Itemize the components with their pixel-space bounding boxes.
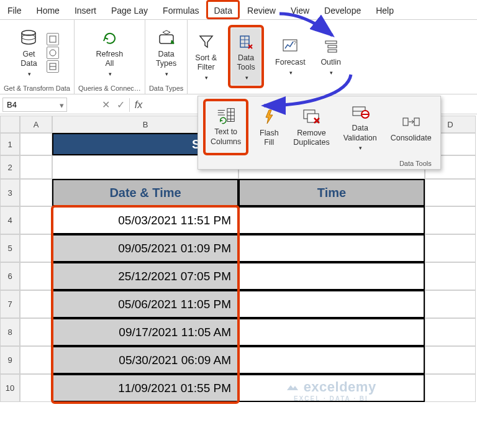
cell-D8[interactable] bbox=[425, 318, 476, 346]
row-header-2[interactable]: 2 bbox=[0, 155, 20, 179]
refresh-icon bbox=[99, 27, 120, 48]
group-label: Get & Transform Data bbox=[4, 83, 70, 94]
data-validation-button[interactable]: Data Validation bbox=[340, 99, 381, 155]
remove-duplicates-button[interactable]: Remove Duplicates bbox=[289, 99, 333, 155]
name-box[interactable]: B4 bbox=[2, 98, 67, 112]
svg-rect-15 bbox=[328, 50, 337, 52]
forecast-button[interactable]: ? Forecast bbox=[271, 33, 309, 80]
menu-home[interactable]: Home bbox=[29, 0, 67, 19]
header-date-time[interactable]: Date & Time bbox=[52, 179, 238, 206]
cell-B9[interactable]: 05/30/2021 06:09 AM bbox=[52, 346, 238, 374]
cell-A7[interactable] bbox=[20, 290, 52, 318]
cell-C7[interactable] bbox=[238, 290, 425, 318]
consolidate-button[interactable]: Consolidate bbox=[387, 99, 435, 155]
cell-C9[interactable] bbox=[238, 346, 425, 374]
watermark-tagline: EXCEL · DATA · BI bbox=[286, 395, 376, 402]
cell-D7[interactable] bbox=[425, 290, 476, 318]
cell-B10[interactable]: 11/09/2021 01:55 PM bbox=[52, 374, 238, 402]
data-types-label: Data Types bbox=[156, 50, 176, 69]
row-header-3[interactable]: 3 bbox=[0, 179, 20, 206]
cell-A5[interactable] bbox=[20, 234, 52, 262]
chevron-down-icon bbox=[27, 69, 31, 79]
from-text-icon[interactable] bbox=[47, 33, 59, 45]
from-web-icon[interactable] bbox=[47, 47, 59, 59]
cell-A6[interactable] bbox=[20, 262, 52, 290]
data-types-button[interactable]: Data Types bbox=[152, 25, 181, 81]
text-to-columns-button[interactable]: Text to Columns bbox=[207, 103, 245, 149]
fx-button[interactable]: fx bbox=[131, 99, 146, 111]
menu-view[interactable]: View bbox=[283, 0, 317, 19]
cell-D6[interactable] bbox=[425, 262, 476, 290]
header-time[interactable]: Time bbox=[238, 179, 425, 206]
watermark-icon bbox=[286, 380, 299, 394]
row-header-4[interactable]: 4 bbox=[0, 206, 20, 234]
cell-B8[interactable]: 09/17/2021 11:05 AM bbox=[52, 318, 238, 346]
cell-B7[interactable]: 05/06/2021 11:05 PM bbox=[52, 290, 238, 318]
cell-C5[interactable] bbox=[238, 234, 425, 262]
cell-A3[interactable] bbox=[20, 179, 52, 206]
consolidate-icon bbox=[401, 111, 422, 132]
svg-text:?: ? bbox=[293, 40, 296, 46]
watermark-brand: exceldemy bbox=[304, 379, 376, 395]
cell-D10[interactable] bbox=[425, 374, 476, 402]
chevron-down-icon bbox=[164, 69, 168, 79]
confirm-formula-button[interactable]: ✓ bbox=[113, 99, 128, 111]
row-header-5[interactable]: 5 bbox=[0, 234, 20, 262]
remove-duplicates-label: Remove Duplicates bbox=[293, 129, 329, 148]
outline-button[interactable]: Outlin bbox=[317, 33, 345, 80]
cell-A9[interactable] bbox=[20, 346, 52, 374]
svg-point-3 bbox=[50, 50, 56, 56]
menu-developer[interactable]: Develope bbox=[317, 0, 368, 19]
svg-rect-31 bbox=[414, 118, 419, 126]
sort-filter-button[interactable]: Sort & Filter bbox=[191, 29, 220, 85]
cell-D5[interactable] bbox=[425, 234, 476, 262]
data-validation-icon bbox=[350, 101, 371, 122]
row-header-9[interactable]: 9 bbox=[0, 346, 20, 374]
cell-A4[interactable] bbox=[20, 206, 52, 234]
group-data-types: Data Types Data Types bbox=[145, 20, 188, 94]
flash-fill-button[interactable]: Flash Fill bbox=[255, 99, 283, 155]
from-table-icon[interactable] bbox=[47, 60, 59, 73]
chevron-down-icon bbox=[244, 73, 248, 83]
cell-A1[interactable] bbox=[20, 133, 52, 155]
cell-C6[interactable] bbox=[238, 262, 425, 290]
select-all-corner[interactable] bbox=[0, 116, 20, 133]
cell-A2[interactable] bbox=[20, 155, 52, 179]
menu-bar: File Home Insert Page Lay Formulas Data … bbox=[0, 0, 477, 20]
cell-D4[interactable] bbox=[425, 206, 476, 234]
cell-A8[interactable] bbox=[20, 318, 52, 346]
cell-B5[interactable]: 09/05/2021 01:09 PM bbox=[52, 234, 238, 262]
cancel-formula-button[interactable]: ✕ bbox=[98, 99, 113, 111]
cell-B6[interactable]: 25/12/2021 07:05 PM bbox=[52, 262, 238, 290]
row-header-1[interactable]: 1 bbox=[0, 133, 20, 155]
get-data-button[interactable]: Get Data bbox=[14, 25, 43, 81]
menu-pagelayout[interactable]: Page Lay bbox=[104, 0, 155, 19]
refresh-all-button[interactable]: Refresh All bbox=[93, 25, 127, 81]
cell-C8[interactable] bbox=[238, 318, 425, 346]
database-icon bbox=[18, 27, 39, 48]
data-tools-button[interactable]: Data Tools bbox=[232, 29, 260, 85]
cell-C4[interactable] bbox=[238, 206, 425, 234]
flash-fill-label: Flash Fill bbox=[260, 129, 279, 148]
cell-D9[interactable] bbox=[425, 346, 476, 374]
data-validation-label: Data Validation bbox=[343, 124, 377, 143]
row-header-6[interactable]: 6 bbox=[0, 262, 20, 290]
menu-formulas[interactable]: Formulas bbox=[155, 0, 206, 19]
row-header-7[interactable]: 7 bbox=[0, 290, 20, 318]
cell-A10[interactable] bbox=[20, 374, 52, 402]
forecast-icon: ? bbox=[279, 35, 301, 57]
menu-data[interactable]: Data bbox=[206, 0, 240, 19]
row-header-10[interactable]: 10 bbox=[0, 374, 20, 402]
menu-help[interactable]: Help bbox=[368, 0, 401, 19]
cell-D3[interactable] bbox=[425, 179, 476, 206]
menu-file[interactable]: File bbox=[0, 0, 29, 19]
cell-B4[interactable]: 05/03/2021 11:51 PM bbox=[52, 206, 238, 234]
col-header-a[interactable]: A bbox=[20, 116, 52, 133]
get-data-label: Get Data bbox=[20, 50, 37, 69]
chevron-down-icon bbox=[204, 73, 208, 83]
menu-review[interactable]: Review bbox=[240, 0, 283, 19]
menu-insert[interactable]: Insert bbox=[67, 0, 104, 19]
row-header-8[interactable]: 8 bbox=[0, 318, 20, 346]
text-to-columns-icon bbox=[216, 105, 237, 126]
data-tools-label: Data Tools bbox=[237, 53, 255, 73]
